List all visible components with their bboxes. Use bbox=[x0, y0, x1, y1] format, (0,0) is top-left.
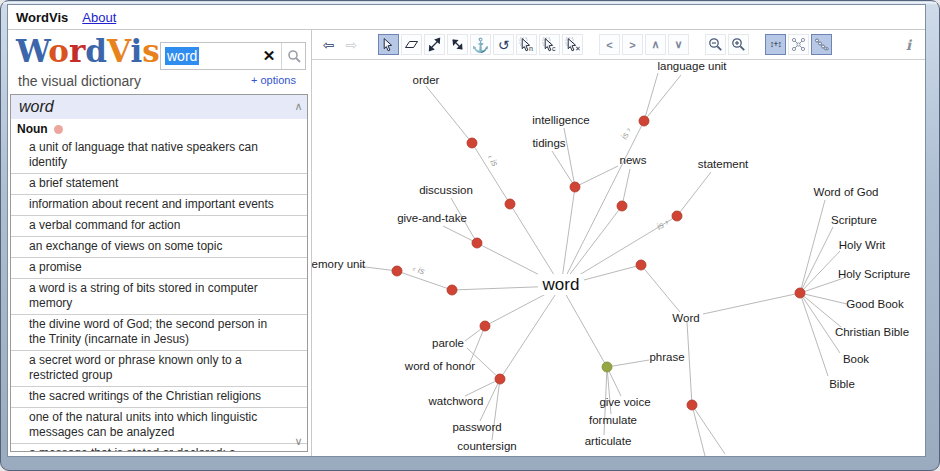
svg-text:✕: ✕ bbox=[575, 45, 580, 52]
pan-right-button[interactable]: > bbox=[622, 34, 643, 55]
select-connected-tool[interactable]: c bbox=[539, 34, 560, 55]
definition-item[interactable]: information about recent and important e… bbox=[11, 195, 307, 216]
zoom-out-button[interactable] bbox=[705, 34, 726, 55]
graph-word-label[interactable]: Holy Scripture bbox=[838, 268, 910, 280]
graph-node-language-unit-sense[interactable] bbox=[639, 116, 649, 126]
definition-item[interactable]: one of the natural units into which ling… bbox=[11, 408, 307, 444]
graph-word-label[interactable]: memory unit bbox=[312, 258, 366, 270]
graph-edge bbox=[703, 293, 800, 314]
options-link[interactable]: + options bbox=[251, 74, 296, 86]
definition-item[interactable]: an exchange of views on some topic bbox=[11, 237, 307, 258]
graph-node-news-sense-2[interactable] bbox=[617, 201, 627, 211]
pointer-tool[interactable] bbox=[378, 34, 399, 55]
graph-node-promise-sense[interactable] bbox=[480, 321, 490, 331]
graph-word-label[interactable]: parole bbox=[432, 337, 464, 349]
definition-item[interactable]: a unit of language that native speakers … bbox=[11, 138, 307, 174]
definition-item[interactable]: the divine word of God; the second perso… bbox=[11, 315, 307, 351]
graph-word-label[interactable]: Christian Bible bbox=[835, 326, 909, 338]
definition-item[interactable]: the sacred writings of the Christian rel… bbox=[11, 387, 307, 408]
graph-word-label[interactable]: phrase bbox=[649, 351, 684, 363]
collapse-tool[interactable] bbox=[447, 34, 468, 55]
graph-word-label[interactable]: news bbox=[620, 154, 647, 166]
logo-letter: V bbox=[107, 33, 131, 69]
graph-word-label[interactable]: intelligence bbox=[532, 114, 590, 126]
graph-node-secret-word-sense[interactable] bbox=[495, 374, 505, 384]
graph-node-memory-sense-outer[interactable] bbox=[392, 266, 402, 276]
logo-letter: r bbox=[69, 33, 85, 69]
graph-word-label[interactable]: language unit bbox=[657, 60, 727, 72]
pan-down-button[interactable]: ∨ bbox=[668, 34, 689, 55]
search-input-value[interactable]: word bbox=[165, 47, 199, 65]
forward-button[interactable]: ⇨ bbox=[341, 34, 362, 55]
center-word-label[interactable]: word bbox=[542, 275, 580, 294]
definition-item[interactable]: a secret word or phrase known only to a … bbox=[11, 351, 307, 387]
scroll-up-button[interactable]: ∧ bbox=[292, 99, 305, 113]
graph-edge bbox=[465, 379, 500, 396]
back-button[interactable]: ⇦ bbox=[318, 34, 339, 55]
graph-word-label[interactable]: countersign bbox=[457, 440, 516, 452]
rotate-tool[interactable]: ↺ bbox=[493, 34, 514, 55]
scroll-down-button[interactable]: ∨ bbox=[292, 434, 305, 448]
logo-tagline: the visual dictionary bbox=[18, 73, 141, 89]
graph-word-label[interactable]: discussion bbox=[419, 184, 473, 196]
graph-node-memory-sense-inner[interactable] bbox=[447, 285, 457, 295]
graph-word-label[interactable]: Book bbox=[843, 353, 869, 365]
graph-word-label[interactable]: Word bbox=[672, 312, 699, 324]
graph-word-label[interactable]: statement bbox=[698, 158, 749, 170]
definition-item[interactable]: a brief statement bbox=[11, 174, 307, 195]
graph-node-statement-sense[interactable] bbox=[672, 211, 682, 221]
graph-node-news-sense[interactable] bbox=[570, 182, 580, 192]
graph-word-label[interactable]: Holy Writ bbox=[839, 239, 886, 251]
menu-bar: WordVis About bbox=[8, 5, 925, 30]
info-icon: i bbox=[906, 38, 911, 52]
graph-canvas[interactable]: ‹ isis ›is ›‹ isorderlanguage unitintell… bbox=[312, 60, 925, 456]
eraser-tool[interactable] bbox=[401, 34, 422, 55]
definition-item[interactable]: a message that is stated or declared; a … bbox=[11, 444, 307, 452]
graph-word-label[interactable]: Scripture bbox=[831, 214, 877, 226]
expand-tool[interactable] bbox=[424, 34, 445, 55]
definition-item[interactable]: a promise bbox=[11, 258, 307, 279]
layout-toggle[interactable] bbox=[788, 34, 809, 55]
graph-node-discussion-sense[interactable] bbox=[472, 238, 482, 248]
info-button[interactable]: i bbox=[898, 34, 919, 55]
graph-word-label[interactable]: give voice bbox=[599, 396, 650, 408]
graph-edge bbox=[644, 75, 681, 121]
menu-app-title[interactable]: WordVis bbox=[16, 10, 68, 25]
graph-word-label[interactable]: give-and-take bbox=[397, 212, 467, 224]
graph-node-verbal-command-sense[interactable] bbox=[505, 199, 515, 209]
back-icon: ⇦ bbox=[323, 38, 335, 52]
graph-word-label[interactable]: Word of God bbox=[814, 186, 879, 198]
graph-word-label[interactable]: watchword bbox=[428, 395, 484, 407]
graph-word-label[interactable]: order bbox=[413, 74, 440, 86]
graph-node-bible-hub-sense[interactable] bbox=[795, 288, 805, 298]
graph-word-label[interactable]: password bbox=[452, 421, 501, 433]
noun-color-dot bbox=[54, 125, 63, 134]
link-labels-toggle[interactable] bbox=[811, 34, 832, 55]
search-submit-button[interactable] bbox=[281, 43, 305, 69]
search-box[interactable]: word ✕ bbox=[160, 42, 306, 70]
graph-node-order-sense[interactable] bbox=[467, 138, 477, 148]
spacing-toggle[interactable]: ↕+↕ bbox=[765, 34, 786, 55]
anchor-tool[interactable]: ⚓ bbox=[470, 34, 491, 55]
graph-node-phrase-verb-sense[interactable] bbox=[602, 362, 612, 372]
graph-word-label[interactable]: tidings bbox=[532, 137, 565, 149]
graph-word-label[interactable]: formulate bbox=[589, 414, 637, 426]
graph-word-label[interactable]: Bible bbox=[829, 378, 855, 390]
graph-word-label[interactable]: Good Book bbox=[846, 298, 904, 310]
graph-word-label[interactable]: articulate bbox=[585, 435, 632, 447]
pointer-sub-icon: c bbox=[542, 37, 557, 52]
definition-item[interactable]: a verbal command for action bbox=[11, 216, 307, 237]
zoom-in-icon bbox=[731, 37, 746, 52]
graph-word-label[interactable]: word of honor bbox=[404, 360, 475, 372]
graph-node-logos-sense[interactable] bbox=[687, 400, 697, 410]
zoom-in-button[interactable] bbox=[728, 34, 749, 55]
menu-about-link[interactable]: About bbox=[82, 10, 116, 25]
pan-up-button[interactable]: ∧ bbox=[645, 34, 666, 55]
clear-search-button[interactable]: ✕ bbox=[257, 43, 281, 69]
definition-item[interactable]: a word is a string of bits stored in com… bbox=[11, 279, 307, 315]
search-input[interactable]: word bbox=[161, 43, 257, 69]
select-crossing-tool[interactable]: ✕ bbox=[562, 34, 583, 55]
pan-left-button[interactable]: < bbox=[599, 34, 620, 55]
select-nodes-tool[interactable]: n bbox=[516, 34, 537, 55]
graph-node-word-capital-sense[interactable] bbox=[636, 260, 646, 270]
